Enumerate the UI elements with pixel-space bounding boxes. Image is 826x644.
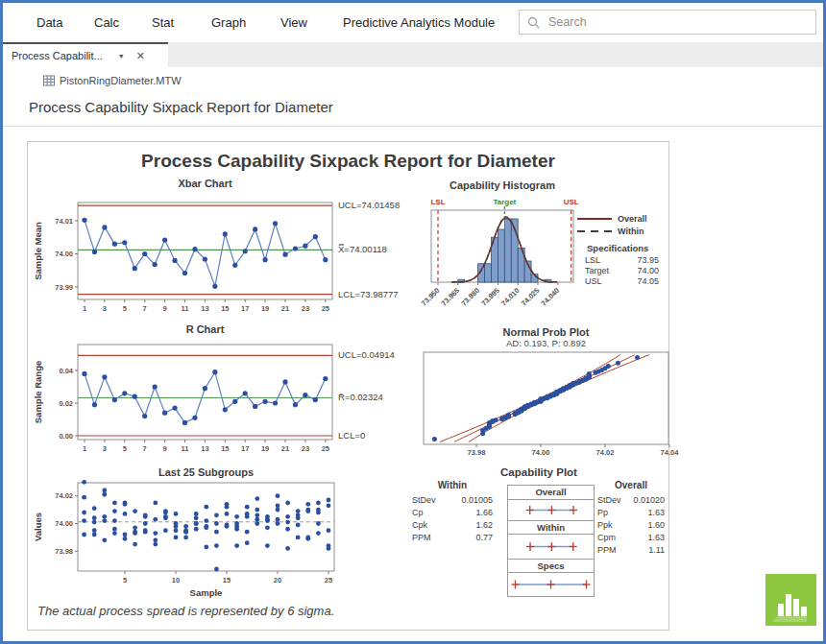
data-point: [133, 394, 137, 399]
data-point: [506, 413, 511, 417]
stat-label: Cpk: [412, 519, 427, 532]
worksheet-row[interactable]: PistonRingDiameter.MTW: [43, 74, 182, 87]
data-point: [214, 567, 219, 572]
data-point: [172, 258, 177, 263]
x-tick-label: 25: [322, 304, 329, 313]
stat-value: 1.63: [647, 532, 665, 544]
r-chart[interactable]: R ChartSample Range0.040.020.00135791113…: [28, 321, 465, 461]
x-tick-label: 74.010: [499, 286, 522, 308]
data-point: [143, 514, 148, 519]
spec-label: USL: [585, 276, 602, 286]
data-point: [102, 514, 107, 519]
data-point: [234, 527, 239, 532]
menu-data[interactable]: Data: [36, 15, 62, 30]
report-footnote: The actual process spread is represented…: [37, 604, 334, 618]
x-tick-label: 73.950: [420, 286, 442, 308]
menu-stat[interactable]: Stat: [152, 15, 174, 30]
x-tick-label: 17: [241, 304, 249, 313]
stat-value: 1.63: [647, 507, 665, 519]
data-point: [182, 420, 187, 425]
data-point: [204, 545, 208, 550]
search-box[interactable]: [519, 10, 816, 35]
menu-view[interactable]: View: [280, 15, 307, 30]
data-point: [327, 528, 331, 533]
data-point: [285, 520, 290, 525]
data-point: [133, 531, 137, 536]
data-point: [285, 501, 290, 506]
menu-predictive-analytics-module[interactable]: Predictive Analytics Module: [343, 15, 495, 30]
data-point: [112, 531, 117, 536]
stat-row: PPM1.11: [597, 544, 665, 557]
normal-prob-plot[interactable]: Normal Prob PlotAD: 0.193, P: 0.89273.98…: [402, 324, 676, 468]
output-tab[interactable]: Process Capabilit... ▼ ✕: [3, 42, 168, 67]
data-point: [245, 530, 250, 535]
data-point: [183, 536, 188, 540]
x-tick-label: 73.995: [479, 286, 501, 308]
limit-label: X̿=74.00118: [338, 244, 387, 254]
report-canvas[interactable]: Process Capability Sixpack Report for Di…: [27, 141, 669, 631]
y-tick-label: 0.04: [59, 367, 73, 375]
spec-value: 73.95: [637, 255, 659, 265]
data-point: [255, 521, 259, 526]
limit-label: R̄=0.02324: [338, 392, 383, 402]
data-point: [223, 407, 228, 412]
data-point: [133, 266, 137, 271]
minitab-graph-icon[interactable]: [765, 574, 816, 626]
stat-label: StDev: [597, 494, 621, 507]
stat-value: 1.11: [648, 544, 665, 557]
xbar-chart[interactable]: Xbar ChartSample Mean74.0174.0073.991357…: [28, 177, 465, 321]
limit-label: LCL=0: [338, 430, 365, 441]
usl-label: USL: [564, 198, 579, 206]
data-point: [192, 416, 197, 420]
data-point: [133, 509, 137, 513]
spec-label: Target: [585, 266, 610, 275]
data-point: [214, 521, 219, 526]
capability-histogram[interactable]: Capability HistogramLSLTargetUSL73.95073…: [406, 177, 671, 340]
x-tick-label: 74.02: [596, 448, 615, 457]
stat-row: Cpk1.62: [412, 519, 493, 532]
capability-plot[interactable]: Capability Plot Within StDev0.01005Cp1.6…: [406, 465, 671, 630]
data-point: [194, 527, 199, 532]
stat-label: Ppk: [597, 519, 613, 532]
y-tick-label: 0.02: [59, 399, 73, 408]
x-tick-label: 25: [322, 444, 329, 453]
x-tick-label: 3: [103, 444, 107, 453]
data-point: [273, 400, 278, 405]
tab-close-icon[interactable]: ✕: [136, 50, 145, 62]
stat-value: 1.60: [647, 519, 665, 532]
data-point: [265, 525, 270, 530]
data-point: [432, 437, 437, 441]
data-point: [82, 480, 86, 485]
search-input[interactable]: [547, 14, 815, 30]
data-point: [174, 512, 179, 516]
confidence-band: [440, 355, 620, 442]
menu-graph[interactable]: Graph: [211, 15, 246, 30]
data-point: [82, 371, 86, 376]
data-point: [174, 536, 179, 540]
data-point: [313, 397, 318, 402]
data-point: [255, 496, 259, 501]
data-point: [102, 374, 107, 379]
data-point: [82, 511, 86, 515]
overall-stats-rows: StDev0.01020Pp1.63Ppk1.60Cpm1.63PPM1.11: [597, 494, 665, 557]
interval-label-overall: Overall: [507, 485, 595, 500]
data-point: [282, 252, 287, 257]
stat-row: StDev0.01005: [412, 494, 493, 507]
data-point: [223, 231, 228, 236]
data-point: [214, 543, 219, 548]
x-tick-label: 15: [223, 576, 231, 584]
data-point: [122, 240, 127, 245]
x-tick-label: 5: [123, 304, 127, 313]
data-point: [92, 250, 97, 254]
y-tick-label: 74.01: [55, 217, 73, 226]
data-point: [204, 525, 208, 530]
x-tick-label: 19: [261, 304, 269, 313]
last-25-subgroups-chart[interactable]: Last 25 SubgroupsValues74.0274.0073.9851…: [28, 465, 465, 608]
search-icon: [527, 16, 540, 29]
menu-calc[interactable]: Calc: [94, 15, 119, 30]
stat-label: StDev: [412, 494, 436, 507]
data-point: [323, 376, 328, 381]
data-point: [276, 517, 280, 522]
data-point: [183, 528, 188, 533]
tab-caret-icon[interactable]: ▼: [118, 53, 125, 60]
